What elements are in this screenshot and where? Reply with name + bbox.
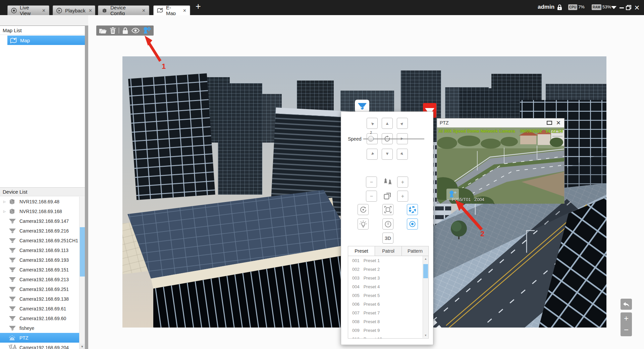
device-list-item[interactable]: ▷: [0, 206, 79, 216]
device-list-item[interactable]: ▷: [0, 275, 79, 284]
focus-mode-button[interactable]: [407, 218, 418, 230]
light-button[interactable]: [358, 218, 369, 230]
show-hotspot-name-icon[interactable]: [131, 28, 140, 33]
map-back-button[interactable]: [621, 299, 632, 310]
camera-icon: [9, 247, 16, 253]
move-hotspot-icon[interactable]: [143, 27, 151, 34]
ptz-window-titlebar[interactable]: PTZ ✕: [437, 118, 564, 128]
restore-button[interactable]: [625, 0, 633, 15]
video-hotspot-button[interactable]: [446, 189, 459, 200]
device-label: fisheye: [19, 326, 34, 331]
device-list-item[interactable]: ▷: [0, 226, 79, 236]
speed-slider-thumb[interactable]: [368, 136, 374, 142]
delete-map-icon[interactable]: [110, 27, 116, 34]
device-list-item[interactable]: ▷: [0, 323, 79, 333]
preset-item[interactable]: 010 Preset 10: [348, 335, 428, 339]
preset-item[interactable]: 002 Preset 2: [348, 265, 428, 273]
device-list-item[interactable]: ▷: [0, 313, 79, 323]
device-list-item[interactable]: ▷: [0, 265, 79, 275]
auto-pan-button[interactable]: [358, 204, 369, 215]
speed-value: 2: [370, 131, 372, 135]
focus-near-button[interactable]: +: [397, 191, 408, 202]
tab-bar: Live View ✕ Playback ✕ Device Config ✕ E…: [0, 0, 644, 15]
camera-icon: [9, 296, 16, 302]
focus-far-button[interactable]: −: [366, 191, 377, 202]
preset-item[interactable]: 008 Preset 8: [348, 317, 428, 326]
3d-position-button[interactable]: 3D: [382, 233, 393, 244]
device-list-item[interactable]: ▷: [0, 343, 79, 349]
scroll-up-arrow-icon[interactable]: ▲: [423, 256, 428, 261]
expand-arrow-icon[interactable]: ▷: [3, 210, 9, 213]
ptz-tab-label: Patrol: [382, 248, 394, 254]
map-zoom-in-button[interactable]: +: [621, 312, 632, 324]
map-zoom-out-button[interactable]: −: [621, 324, 632, 336]
device-list-item[interactable]: ▷: [0, 294, 79, 304]
zoom-out-button[interactable]: −: [366, 177, 377, 188]
tab-close-icon[interactable]: ✕: [183, 8, 186, 13]
device-label: Camera192.168.69.60: [19, 316, 66, 321]
map-list-item-map[interactable]: Map: [7, 36, 85, 45]
close-icon[interactable]: ✕: [556, 120, 561, 126]
power-button[interactable]: [382, 218, 393, 230]
device-list-item[interactable]: ▷: [0, 304, 79, 313]
preset-item[interactable]: 003 Preset 3: [348, 273, 428, 282]
maximize-icon[interactable]: [547, 121, 552, 125]
ptz-tab[interactable]: Pattern: [402, 246, 428, 256]
scrollbar-down-arrow-icon[interactable]: ▼: [79, 344, 85, 349]
preset-item[interactable]: 005 Preset 5: [348, 291, 428, 300]
scroll-down-arrow-icon[interactable]: ▼: [423, 333, 428, 338]
preset-item[interactable]: 009 Preset 9: [348, 326, 428, 335]
preset-item[interactable]: 007 Preset 7: [348, 308, 428, 317]
area-zoom-button[interactable]: [382, 204, 393, 215]
lock-icon[interactable]: [557, 4, 562, 11]
preset-scrollbar[interactable]: ▲ ▼: [423, 256, 428, 338]
minimize-button[interactable]: [618, 0, 625, 15]
preset-number: 001: [352, 258, 360, 263]
iris-button[interactable]: [407, 204, 418, 215]
ptz-window-title: PTZ: [440, 120, 448, 126]
ptz-down-button[interactable]: ▲: [382, 149, 393, 160]
tab-close-icon[interactable]: ✕: [89, 8, 92, 13]
tab-playback[interactable]: Playback ✕: [53, 5, 95, 15]
zoom-in-button[interactable]: +: [397, 177, 408, 188]
tab-live-view[interactable]: Live View ✕: [7, 5, 49, 15]
ptz-up-button[interactable]: ▲: [382, 118, 393, 129]
device-list-item[interactable]: ▷: [0, 284, 79, 294]
close-button[interactable]: ✕: [633, 0, 641, 15]
add-tab-button[interactable]: +: [196, 2, 201, 11]
ptz-down-left-button[interactable]: ▲: [367, 149, 378, 160]
device-label: Camera192.168.69.151: [19, 267, 69, 272]
open-map-icon[interactable]: [99, 28, 107, 34]
device-list-item[interactable]: ▷: [0, 333, 79, 343]
tab-close-icon[interactable]: ✕: [142, 8, 146, 13]
ptz-tab[interactable]: Preset: [348, 246, 375, 256]
device-list-item[interactable]: ▷: [0, 255, 79, 265]
tab-e-map[interactable]: E-Map ✕: [153, 5, 190, 15]
device-list-item[interactable]: ▷: [0, 197, 79, 206]
expand-arrow-icon[interactable]: ▷: [3, 200, 9, 203]
ptz-up-left-button[interactable]: ▲: [367, 118, 378, 129]
device-label: Camera192.168.69.193: [19, 257, 69, 263]
map-item-label: Map: [20, 38, 30, 43]
ptz-down-right-button[interactable]: ▲: [397, 149, 408, 160]
preset-item[interactable]: 006 Preset 6: [348, 300, 428, 308]
tab-device-config[interactable]: Device Config ✕: [98, 5, 149, 15]
device-list-item[interactable]: ▷: [0, 245, 79, 255]
zoom-lens-icon: [383, 178, 392, 186]
ptz-live-video[interactable]: AI 30X Speed Dome Network Camera 06/09/2…: [437, 128, 564, 204]
ptz-up-right-button[interactable]: ▲: [397, 118, 408, 129]
map-hotspot-camera-icon[interactable]: [355, 100, 369, 112]
scrollbar-thumb[interactable]: [80, 227, 85, 277]
device-list-item[interactable]: ▷: [0, 216, 79, 226]
scrollbar-thumb[interactable]: [423, 264, 428, 278]
tab-close-icon[interactable]: ✕: [42, 8, 46, 13]
device-label: Camera192.168.69.251CH1: [19, 238, 78, 243]
ptz-tab[interactable]: Patrol: [375, 246, 402, 256]
dropdown-caret-icon[interactable]: [610, 0, 618, 15]
device-label: Camera192.168.69.204: [19, 345, 69, 349]
preset-item[interactable]: 001 Preset 1: [348, 256, 428, 265]
lock-map-icon[interactable]: [122, 27, 128, 34]
device-list-scrollbar[interactable]: ▼: [79, 197, 85, 349]
preset-item[interactable]: 004 Preset 4: [348, 282, 428, 291]
device-list-item[interactable]: ▷: [0, 236, 79, 245]
